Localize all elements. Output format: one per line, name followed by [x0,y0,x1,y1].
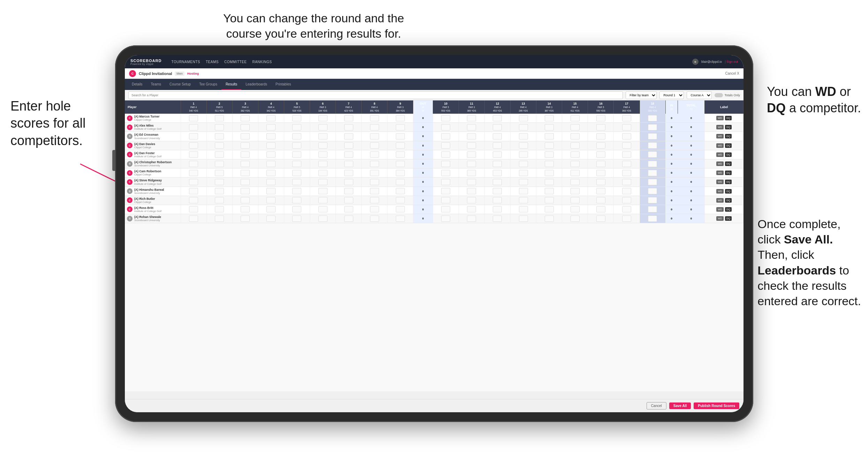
score-input-h1[interactable] [189,151,198,158]
hole-18-cell[interactable] [640,205,665,214]
dq-button[interactable]: DQ [725,198,732,203]
hole-18-cell[interactable] [640,132,665,141]
score-input-h3[interactable] [241,142,250,149]
score-input-h8[interactable] [370,206,379,212]
hole-4-cell[interactable] [258,159,284,168]
hole-3-cell[interactable] [232,214,258,223]
score-input-h5[interactable] [292,170,301,176]
score-input-h1[interactable] [189,179,198,185]
score-input-h18[interactable] [648,124,657,130]
score-input-h3[interactable] [241,115,250,121]
score-input-h12[interactable] [493,216,502,222]
score-input-h9[interactable] [396,142,405,149]
hole-9-cell[interactable] [387,150,413,159]
score-input-h5[interactable] [292,161,301,167]
hole-5-cell[interactable] [284,178,310,187]
score-input-h17[interactable] [622,188,631,194]
score-input-h10[interactable] [441,142,450,149]
hole-13-cell[interactable] [511,187,536,196]
score-input-h8[interactable] [370,161,379,167]
hole-14-cell[interactable] [536,159,562,168]
hole-6-cell[interactable] [310,205,336,214]
score-input-h8[interactable] [370,197,379,203]
score-input-h4[interactable] [266,142,276,149]
hole-2-cell[interactable] [206,141,232,150]
hole-6-cell[interactable] [310,214,336,223]
score-input-h6[interactable] [318,170,327,176]
score-input-h8[interactable] [370,115,379,121]
hole-3-cell[interactable] [232,123,258,132]
hole-6-cell[interactable] [310,141,336,150]
score-input-h15[interactable] [571,115,580,121]
score-input-h9[interactable] [396,197,405,203]
wd-button[interactable]: WD [716,143,724,148]
score-input-h4[interactable] [266,197,276,203]
score-input-h17[interactable] [622,124,631,130]
score-input-h14[interactable] [545,115,554,121]
hole-1-cell[interactable] [181,187,206,196]
score-input-h18[interactable] [648,179,657,185]
score-input-h15[interactable] [571,161,580,167]
score-input-h15[interactable] [571,133,580,140]
hole-4-cell[interactable] [258,187,284,196]
score-input-h12[interactable] [493,115,502,121]
score-input-h14[interactable] [545,206,554,212]
hole-4-cell[interactable] [258,178,284,187]
hole-6-cell[interactable] [310,187,336,196]
score-input-h16[interactable] [596,161,605,167]
dq-button[interactable]: DQ [725,216,732,221]
score-input-h3[interactable] [241,161,250,167]
score-input-h16[interactable] [596,124,605,130]
hole-1-cell[interactable] [181,178,206,187]
hole-5-cell[interactable] [284,123,310,132]
hole-10-cell[interactable] [433,132,459,141]
score-input-h15[interactable] [571,170,580,176]
hole-8-cell[interactable] [362,168,387,178]
hole-4-cell[interactable] [258,168,284,178]
hole-1-cell[interactable] [181,159,206,168]
nav-committee[interactable]: COMMITTEE [224,60,247,64]
hole-7-cell[interactable] [336,178,362,187]
score-input-h3[interactable] [241,151,250,158]
wd-button[interactable]: WD [716,216,724,221]
hole-1-cell[interactable] [181,196,206,205]
hole-6-cell[interactable] [310,178,336,187]
score-input-h18[interactable] [648,133,657,140]
score-input-h1[interactable] [189,142,198,149]
hole-12-cell[interactable] [484,141,510,150]
hole-5-cell[interactable] [284,132,310,141]
score-input-h17[interactable] [622,115,631,121]
hole-8-cell[interactable] [362,187,387,196]
score-input-h16[interactable] [596,133,605,140]
score-input-h18[interactable] [648,216,657,222]
nav-teams[interactable]: TEAMS [206,60,219,64]
score-input-h12[interactable] [493,188,502,194]
hole-8-cell[interactable] [362,205,387,214]
score-input-h4[interactable] [266,206,276,212]
score-input-h3[interactable] [241,179,250,185]
score-input-h18[interactable] [648,161,657,167]
hole-2-cell[interactable] [206,132,232,141]
score-input-h15[interactable] [571,206,580,212]
score-input-h17[interactable] [622,216,631,222]
score-input-h6[interactable] [318,151,327,158]
hole-4-cell[interactable] [258,205,284,214]
hole-5-cell[interactable] [284,150,310,159]
hole-1-cell[interactable] [181,141,206,150]
score-input-h16[interactable] [596,179,605,185]
score-input-h2[interactable] [215,216,224,222]
hole-6-cell[interactable] [310,150,336,159]
round-select[interactable]: Round 1 Round 2 Round 3 [659,91,684,99]
hole-13-cell[interactable] [511,159,536,168]
dq-button[interactable]: DQ [725,116,732,120]
score-input-h12[interactable] [493,161,502,167]
score-input-h4[interactable] [266,179,276,185]
score-input-h6[interactable] [318,115,327,121]
score-input-h8[interactable] [370,151,379,158]
score-input-h12[interactable] [493,197,502,203]
score-input-h5[interactable] [292,115,301,121]
score-input-h18[interactable] [648,206,657,212]
score-input-h1[interactable] [189,124,198,130]
score-input-h1[interactable] [189,133,198,140]
score-input-h16[interactable] [596,188,605,194]
